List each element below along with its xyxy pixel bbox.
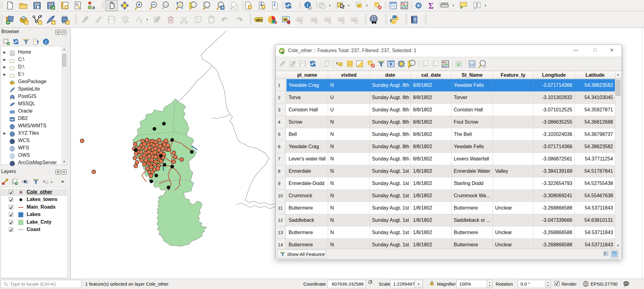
svg-text:abc: abc [352,18,357,21]
svg-text:1:1: 1:1 [164,3,168,6]
svg-text:i: i [45,40,47,44]
svg-text:ab: ab [283,18,287,21]
svg-text:ε: ε [336,60,338,65]
svg-text:T: T [475,2,479,8]
svg-text:abc: abc [312,18,317,21]
svg-text:abc: abc [339,18,344,21]
svg-text:abc: abc [325,18,331,21]
svg-text:?: ? [414,17,416,22]
svg-text:DB2: DB2 [10,118,14,121]
svg-text:a: a [92,5,95,10]
svg-text:abc: abc [256,18,263,22]
svg-text:ε: ε [43,178,45,183]
svg-text:Σ: Σ [428,1,434,10]
svg-text:abc: abc [297,18,302,21]
